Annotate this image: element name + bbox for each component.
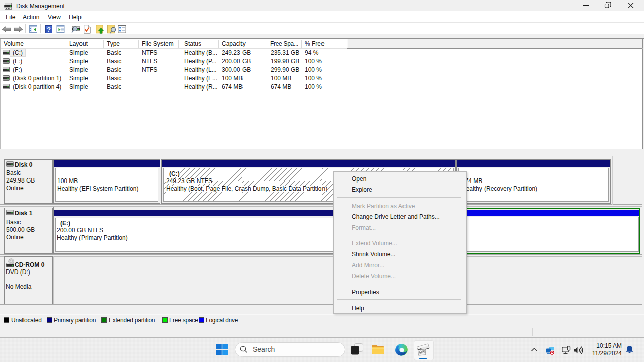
svg-text:?: ? [47,26,51,33]
